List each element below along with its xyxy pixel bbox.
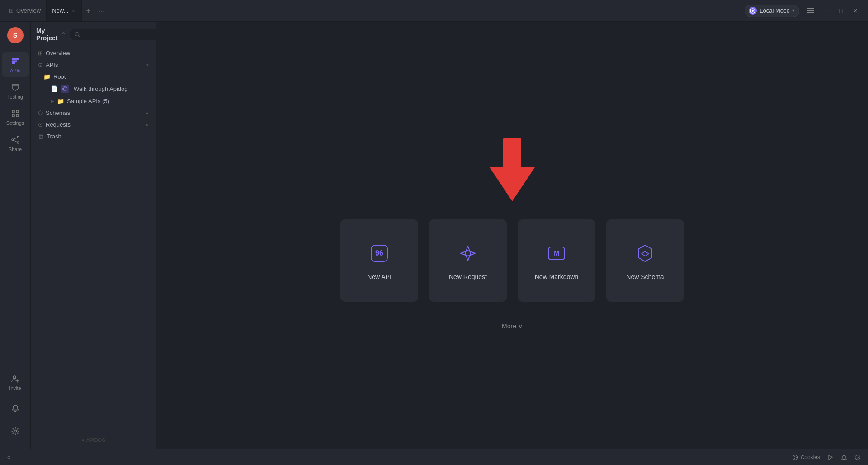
hamburger-button[interactable] <box>805 6 816 15</box>
svg-rect-5 <box>12 110 14 113</box>
tree-item-sample-apis[interactable]: ▶ 📁 Sample APIs (5) <box>33 95 154 107</box>
new-api-card[interactable]: 96 New API <box>340 219 418 302</box>
svg-rect-3 <box>12 61 17 62</box>
env-chevron-icon: ▾ <box>792 8 794 13</box>
trash-icon: 🗑 <box>38 133 44 140</box>
svg-point-19 <box>793 455 797 460</box>
tree-item-walkthrough-label: Walk through Apidog <box>74 85 149 92</box>
titlebar: ⊞ Overview New... × + ··· Local Mock ▾ <box>0 0 868 22</box>
svg-point-21 <box>796 457 797 458</box>
arrow-down-graphic <box>490 138 535 201</box>
minimize-button[interactable]: − <box>821 5 832 16</box>
svg-marker-23 <box>829 455 832 460</box>
sidebar-item-settings[interactable]: Settings <box>2 105 29 129</box>
avatar[interactable]: S <box>7 27 24 43</box>
svg-rect-4 <box>12 62 15 64</box>
new-request-card[interactable]: New Request <box>429 219 507 302</box>
svg-text:96: 96 <box>375 249 383 257</box>
testing-icon <box>10 82 20 92</box>
svg-rect-8 <box>16 114 19 117</box>
collapse-sidebar-button[interactable]: « <box>7 454 10 460</box>
apis-section-icon: ⊙ <box>38 62 43 68</box>
more-button[interactable]: More ∨ <box>496 320 528 332</box>
more-chevron-icon: ∨ <box>518 323 523 330</box>
tree-section-requests-label: Requests <box>46 121 144 128</box>
tree-item-trash[interactable]: 🗑 Trash <box>33 131 154 142</box>
new-markdown-icon: M <box>544 241 569 266</box>
sidebar-item-share[interactable]: Share <box>2 131 29 156</box>
maximize-button[interactable]: □ <box>835 5 846 16</box>
close-button[interactable]: × <box>850 5 861 16</box>
svg-rect-7 <box>12 114 14 117</box>
new-schema-card[interactable]: New Schema <box>606 219 684 302</box>
svg-point-11 <box>17 142 19 143</box>
window-controls: − □ × <box>821 5 861 16</box>
tree-sidebar: My Project ⌃ <box>31 22 156 449</box>
tab-overview-label: Overview <box>16 7 41 14</box>
requests-section-chevron: ▸ <box>146 123 149 127</box>
tree-section-schemas-label: Schemas <box>46 109 144 116</box>
tab-new-close[interactable]: × <box>71 7 75 14</box>
new-request-label: New Request <box>449 273 487 280</box>
schemas-section-icon: ⬡ <box>38 109 43 116</box>
cookies-button[interactable]: Cookies <box>792 454 820 460</box>
svg-rect-2 <box>12 58 19 60</box>
tree-item-walkthrough[interactable]: 📄 ⓜ Walk through Apidog <box>33 83 154 95</box>
sidebar-item-invite[interactable]: Invite <box>2 370 29 394</box>
sidebar-item-apis-label: APIs <box>10 68 20 73</box>
walkthrough-badge: ⓜ <box>61 85 69 93</box>
tab-new[interactable]: New... × <box>47 0 82 21</box>
svg-point-10 <box>17 136 19 138</box>
overview-tab-icon: ⊞ <box>9 8 14 14</box>
gear-icon <box>10 426 20 436</box>
env-selector[interactable]: Local Mock ▾ <box>745 5 799 17</box>
project-chevron-icon[interactable]: ⌃ <box>61 31 66 38</box>
search-icon <box>75 32 80 38</box>
tabs-area: ⊞ Overview New... × + ··· <box>0 0 745 21</box>
tree-item-root[interactable]: 📁 Root <box>33 71 154 82</box>
sidebar-item-invite-label: Invite <box>9 385 21 391</box>
help-button[interactable]: ? <box>854 454 861 460</box>
tree-item-overview-label: Overview <box>46 50 149 57</box>
svg-point-22 <box>794 458 795 459</box>
tree-item-trash-label: Trash <box>47 133 149 140</box>
new-schema-icon <box>632 241 658 266</box>
notification-button[interactable] <box>841 454 847 460</box>
collapse-icon: « <box>7 454 10 460</box>
sidebar-item-apis[interactable]: APIs <box>2 52 29 77</box>
svg-point-20 <box>794 456 795 457</box>
bell-icon <box>10 403 20 413</box>
search-box[interactable] <box>70 29 160 40</box>
runner-button[interactable] <box>827 454 834 460</box>
more-tabs-button[interactable]: ··· <box>95 0 108 21</box>
sidebar-item-notifications[interactable] <box>2 400 29 417</box>
sidebar-item-gear[interactable] <box>2 422 29 440</box>
content-main: 96 New API New Request <box>156 22 868 449</box>
tab-overview[interactable]: ⊞ Overview <box>4 0 47 21</box>
invite-icon <box>10 374 20 384</box>
sample-apis-expand-icon: ▶ <box>51 99 54 104</box>
overview-tree-icon: ⊞ <box>38 50 43 57</box>
tree-content: ⊞ Overview ⊙ APIs ▾ 📁 Root 📄 ⓜ Walk thro… <box>31 45 156 432</box>
bottom-bar-right: Cookies ? <box>792 454 861 460</box>
search-input[interactable] <box>83 31 156 38</box>
new-api-icon: 96 <box>367 241 392 266</box>
env-name: Local Mock <box>760 7 789 14</box>
sidebar-item-testing-label: Testing <box>7 94 23 100</box>
arrow-container <box>490 138 535 201</box>
tree-section-requests[interactable]: ⊙ Requests ▸ <box>33 119 154 130</box>
tree-item-overview[interactable]: ⊞ Overview <box>33 47 154 59</box>
svg-text:M: M <box>554 250 559 257</box>
new-api-label: New API <box>367 273 392 280</box>
content-area: 96 New API New Request <box>156 22 868 449</box>
help-icon: ? <box>854 454 861 460</box>
sidebar-item-testing[interactable]: Testing <box>2 79 29 103</box>
tab-new-label: New... <box>52 7 68 14</box>
new-markdown-card[interactable]: M New Markdown <box>518 219 595 302</box>
tree-section-schemas[interactable]: ⬡ Schemas ▸ <box>33 107 154 119</box>
apis-section-chevron: ▾ <box>146 63 149 67</box>
add-tab-button[interactable]: + <box>82 0 95 21</box>
apis-icon <box>10 56 20 66</box>
cookies-label: Cookies <box>801 454 820 460</box>
tree-section-apis[interactable]: ⊙ APIs ▾ <box>33 59 154 71</box>
